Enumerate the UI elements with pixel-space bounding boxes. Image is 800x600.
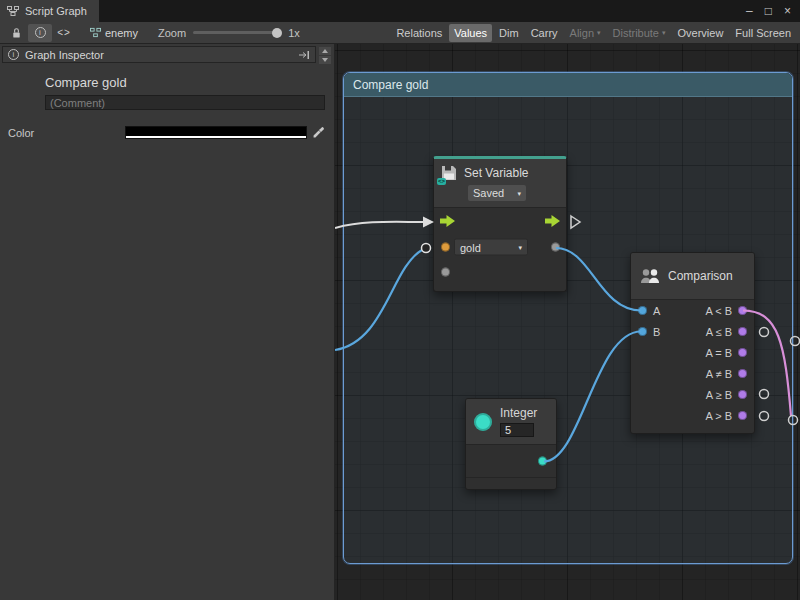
close-button[interactable]: × [784,4,791,18]
comparison-row: A = B [631,342,754,363]
integer-body [466,445,556,478]
value-input-row [434,260,566,284]
unity-window: Script Graph – □ × i <> enemy [0,0,800,600]
zoom-label: Zoom [158,27,186,39]
dim-label: Dim [499,27,519,39]
graph-inspector-panel: i Graph Inspector Compare gold [0,44,335,600]
color-label: Color [8,127,125,139]
tab-script-graph[interactable]: Script Graph [0,0,99,22]
overview-button[interactable]: Overview [673,24,729,42]
output-label: A ≥ B [706,389,732,401]
input-port-a[interactable] [638,306,647,315]
window-controls: – □ × [746,0,800,22]
caret-down-icon: ▾ [518,244,522,251]
zoom-slider-handle[interactable] [272,28,282,38]
variable-kind-label: Saved [473,187,504,199]
graph-reference-label: enemy [105,27,138,39]
maximize-button[interactable]: □ [765,4,772,18]
spin-up-button[interactable] [319,47,331,55]
output-port-a-gte-b[interactable] [738,390,747,399]
zoom-slider[interactable] [193,31,281,34]
output-port-a-gt-b[interactable] [738,411,747,420]
triangle-down-icon [322,58,328,62]
alpha-strip [126,136,306,138]
comparison-row: A > B [631,405,754,426]
flow-input-port[interactable] [440,215,455,227]
distribute-label: Distribute [613,27,659,39]
variable-name-label: gold [460,241,481,253]
fullscreen-label: Full Screen [735,27,791,39]
fullscreen-button[interactable]: Full Screen [730,24,796,42]
node-set-variable[interactable]: <> Set Variable Saved ▾ [433,156,567,292]
graph-title: Compare gold [45,75,334,90]
integer-value-field[interactable]: 5 [500,423,534,437]
main-content: i Graph Inspector Compare gold [0,44,800,600]
lock-icon [11,27,22,39]
output-port-a-eq-b[interactable] [738,348,747,357]
toolbar-buttons: Relations Values Dim Carry Align ▾ Distr… [391,24,796,42]
input-label-b: B [653,326,660,338]
comparison-header: Comparison [631,253,754,300]
graph-canvas[interactable]: Compare gold <> [335,44,800,600]
node-integer[interactable]: Integer 5 [465,398,557,490]
output-port-a-lte-b[interactable] [738,327,747,336]
carry-label: Carry [531,27,558,39]
value-output-port[interactable] [551,243,560,252]
output-label: A ≤ B [706,326,732,338]
align-label: Align [570,27,594,39]
relations-label: Relations [396,27,442,39]
info-icon: i [8,49,19,60]
code-icon: <> [57,27,71,38]
node-title: Integer [500,406,537,420]
inspector-toggle-button[interactable]: i [28,24,52,42]
inspector-header-label: Graph Inspector [25,49,104,61]
group-header[interactable]: Compare gold [344,73,792,97]
relations-button[interactable]: Relations [391,24,447,42]
distribute-dropdown[interactable]: Distribute ▾ [608,24,671,42]
caret-down-icon: ▾ [662,29,666,36]
integer-output-port[interactable] [538,457,547,466]
lock-button[interactable] [4,24,28,42]
variable-name-row: gold ▾ [434,234,566,260]
inspector-header[interactable]: i Graph Inspector [2,46,316,63]
input-label-a: A [653,305,660,317]
output-label: A ≠ B [706,368,732,380]
graph-reference[interactable]: enemy [90,27,138,39]
comparison-row: B A ≤ B [631,321,754,342]
integer-header: Integer 5 [466,399,556,445]
comparison-row: A A < B [631,300,754,321]
output-label: A < B [705,305,732,317]
minimize-button[interactable]: – [746,4,753,18]
node-comparison[interactable]: Comparison A A < B B A ≤ B A = B [630,252,755,434]
save-variable-icon: <> [440,164,458,182]
overview-label: Overview [678,27,724,39]
dim-button[interactable]: Dim [494,24,524,42]
comparison-icon [639,268,661,285]
spin-down-button[interactable] [319,56,331,64]
node-title: Set Variable [464,166,528,180]
input-port-b[interactable] [638,327,647,336]
variable-name-dropdown[interactable]: gold ▾ [454,239,528,256]
group-title: Compare gold [353,78,428,92]
eyedropper-icon[interactable] [312,126,325,139]
output-port-a-neq-b[interactable] [738,369,747,378]
flow-output-port[interactable] [545,215,560,227]
comment-input[interactable] [45,95,325,110]
comparison-row: A ≥ B [631,384,754,405]
output-label: A = B [705,347,732,359]
dock-icon[interactable] [299,50,310,60]
variable-kind-dropdown[interactable]: Saved ▾ [468,185,526,201]
value-input-port[interactable] [441,268,450,277]
caret-down-icon: ▾ [517,190,521,197]
code-badge-icon: <> [437,178,446,185]
values-button[interactable]: Values [449,24,492,42]
script-graph-icon [7,5,19,17]
api-button[interactable]: <> [52,24,76,42]
align-dropdown[interactable]: Align ▾ [565,24,606,42]
name-input-port[interactable] [441,243,450,252]
output-label: A > B [705,410,732,422]
output-port-a-less-b[interactable] [738,306,747,315]
values-label: Values [454,27,487,39]
carry-button[interactable]: Carry [526,24,563,42]
color-swatch[interactable] [125,126,307,139]
